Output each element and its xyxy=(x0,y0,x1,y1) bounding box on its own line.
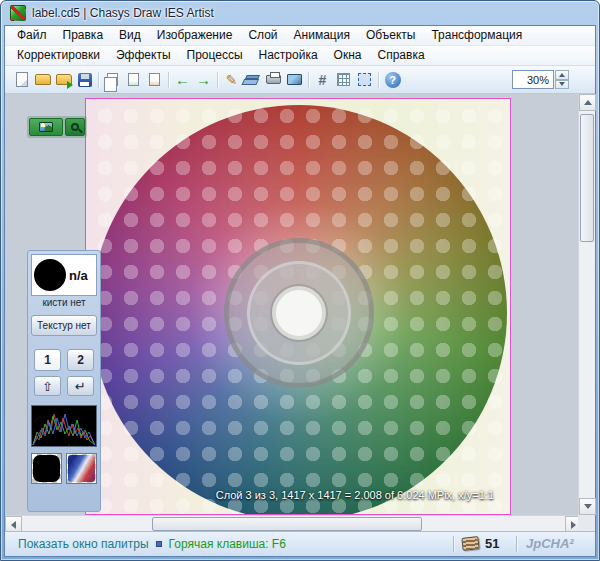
duplicate-icon[interactable] xyxy=(123,69,144,90)
canvas-size-icon[interactable] xyxy=(312,69,333,90)
menu-processes[interactable]: Процессы xyxy=(179,46,251,65)
vertical-scroll-thumb[interactable] xyxy=(580,114,594,242)
secondary-color-swatch[interactable] xyxy=(66,453,97,484)
palette-counter: 51 xyxy=(485,536,499,551)
scroll-up-button[interactable] xyxy=(579,94,596,111)
printer-icon[interactable] xyxy=(263,69,284,90)
pen-icon[interactable] xyxy=(221,69,242,90)
toolbar-separator xyxy=(165,70,172,90)
menu-edit[interactable]: Правка xyxy=(55,26,112,45)
vertical-scrollbar[interactable] xyxy=(578,94,595,515)
brush-preview[interactable]: n/a xyxy=(31,254,97,296)
toolbar-separator xyxy=(305,70,312,90)
statusbar-separator xyxy=(453,536,454,552)
toolbar-separator xyxy=(214,70,221,90)
preset-2-button[interactable]: 2 xyxy=(67,349,94,371)
status-separator-dot xyxy=(156,541,162,547)
scroll-down-button[interactable] xyxy=(579,498,596,515)
tool-bar: 30% xyxy=(5,66,595,94)
import-folder-icon[interactable] xyxy=(53,69,74,90)
horizontal-scrollbar[interactable] xyxy=(5,515,582,532)
title-bar[interactable]: label.cd5 | Chasys Draw IES Artist xyxy=(1,1,599,25)
zoom-level-field[interactable]: 30% xyxy=(512,70,554,89)
app-window: label.cd5 | Chasys Draw IES Artist Файл … xyxy=(0,0,600,561)
zoom-tool-button[interactable] xyxy=(65,118,85,136)
color-swatches xyxy=(31,453,97,484)
monitor-icon[interactable] xyxy=(284,69,305,90)
copy-icon[interactable] xyxy=(102,69,123,90)
undo-icon[interactable] xyxy=(172,69,193,90)
zoom-tool-icon xyxy=(71,123,79,131)
texture-button[interactable]: Текстур нет xyxy=(31,315,97,336)
transform-icon[interactable] xyxy=(354,69,375,90)
zoom-increase-button[interactable] xyxy=(555,70,569,80)
primary-color-swatch[interactable] xyxy=(31,453,62,484)
floating-mini-toolbar xyxy=(27,116,87,138)
grid-icon[interactable] xyxy=(333,69,354,90)
menu-effects[interactable]: Эффекты xyxy=(108,46,179,65)
action-buttons: ⇧ ↵ xyxy=(31,376,97,396)
brush-value: n/a xyxy=(69,268,88,283)
zoom-control: 30% xyxy=(512,70,569,89)
canvas-viewport[interactable]: n/a кисти нет Текстур нет 1 2 ⇧ ↵ xyxy=(5,94,582,515)
workspace: n/a кисти нет Текстур нет 1 2 ⇧ ↵ xyxy=(5,94,595,532)
layers-icon[interactable] xyxy=(242,69,263,90)
layer-info-overlay: Слой 3 из 3, 1417 x 1417 = 2.008 of 6.02… xyxy=(216,489,494,501)
menu-view[interactable]: Вид xyxy=(111,26,149,45)
cd-center-hole xyxy=(272,286,326,340)
open-folder-icon[interactable] xyxy=(32,69,53,90)
histogram-chart xyxy=(32,406,96,446)
menu-windows[interactable]: Окна xyxy=(326,46,370,65)
preset-buttons: 1 2 xyxy=(31,349,97,371)
brush-caption: кисти нет xyxy=(31,296,97,310)
status-bar: Показать окно палитры Горячая клавиша: F… xyxy=(5,531,595,556)
image-preview-icon xyxy=(39,122,53,132)
horizontal-scroll-thumb[interactable] xyxy=(152,517,422,531)
menu-settings[interactable]: Настройка xyxy=(251,46,326,65)
client-area: Файл Правка Вид Изображение Слой Анимаци… xyxy=(4,25,596,557)
menu-objects[interactable]: Объекты xyxy=(358,26,424,45)
menu-animation[interactable]: Анимация xyxy=(286,26,358,45)
menu-bar-row1: Файл Правка Вид Изображение Слой Анимаци… xyxy=(5,26,595,46)
help-icon[interactable] xyxy=(382,69,403,90)
toolbar-separator xyxy=(375,70,382,90)
paste-icon[interactable] xyxy=(144,69,165,90)
preset-1-button[interactable]: 1 xyxy=(34,349,61,371)
menu-image[interactable]: Изображение xyxy=(149,26,241,45)
brand-logo: JpCHA² xyxy=(526,536,574,551)
palette-icon[interactable] xyxy=(461,536,479,551)
statusbar-separator xyxy=(516,536,517,552)
redo-icon[interactable] xyxy=(193,69,214,90)
menu-layer[interactable]: Слой xyxy=(240,26,285,45)
canvas-image[interactable] xyxy=(85,98,511,515)
palette-hint-text[interactable]: Показать окно палитры xyxy=(18,537,149,551)
menu-help[interactable]: Справка xyxy=(370,46,433,65)
toolbar-separator xyxy=(95,70,102,90)
apply-button[interactable]: ↵ xyxy=(67,376,94,396)
menu-transform[interactable]: Трансформация xyxy=(423,26,530,45)
zoom-decrease-button[interactable] xyxy=(555,80,569,90)
new-file-icon[interactable] xyxy=(11,69,32,90)
status-message: Показать окно палитры Горячая клавиша: F… xyxy=(5,537,286,551)
menu-file[interactable]: Файл xyxy=(9,26,55,45)
menu-bar-row2: Корректировки Эффекты Процессы Настройка… xyxy=(5,46,595,66)
hotkey-hint-text: Горячая клавиша: F6 xyxy=(169,537,286,551)
image-preview-button[interactable] xyxy=(29,118,63,136)
save-icon[interactable] xyxy=(74,69,95,90)
shift-up-button[interactable]: ⇧ xyxy=(34,376,61,396)
scrollbar-corner xyxy=(578,515,595,532)
floating-tool-panel: n/a кисти нет Текстур нет 1 2 ⇧ ↵ xyxy=(27,250,101,512)
window-title: label.cd5 | Chasys Draw IES Artist xyxy=(32,6,214,20)
app-icon xyxy=(10,5,26,21)
zoom-spinner xyxy=(555,70,569,89)
histogram-panel[interactable] xyxy=(31,405,97,447)
menu-adjustments[interactable]: Корректировки xyxy=(9,46,108,65)
brush-shape-icon xyxy=(34,259,66,291)
